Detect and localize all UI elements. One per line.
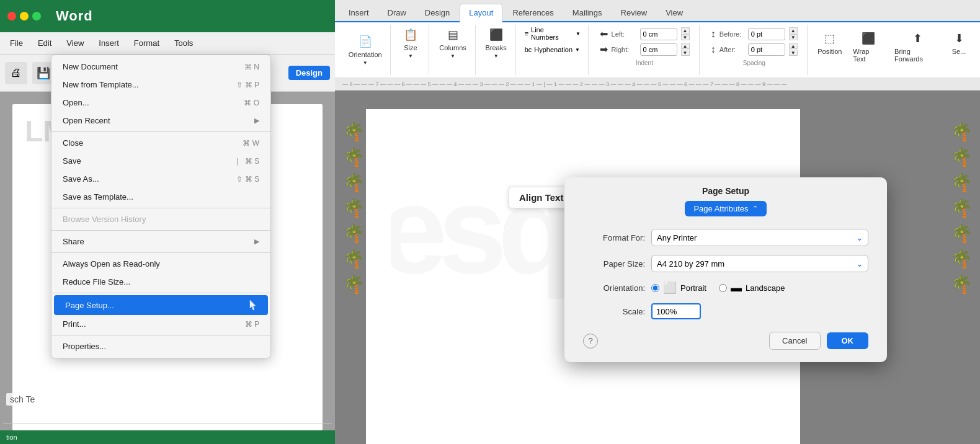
help-button[interactable]: ? [583,334,598,349]
tab-references[interactable]: References [504,4,562,21]
spacing-after-spinner[interactable]: ▲ ▼ [789,43,798,56]
design-tab-btn[interactable]: Design [288,66,330,80]
tab-review[interactable]: Review [612,4,656,21]
spacing-before-input[interactable] [748,28,785,40]
position-label: Position [817,48,842,55]
tab-draw[interactable]: Draw [379,4,415,21]
word-app: Word File Edit View Insert Format Tools … [0,0,335,444]
scale-input[interactable] [651,303,701,319]
spacing-before-down[interactable]: ▼ [789,34,798,40]
portrait-option[interactable]: ⬜ Portrait [651,281,706,295]
menu-insert[interactable]: Insert [91,36,127,50]
spacing-after-input[interactable] [748,43,785,56]
menu-save-as[interactable]: Save As... ⇧ ⌘ S [51,170,270,188]
hyphenation-btn[interactable]: bc Hyphenation ▼ [522,45,583,55]
menu-reduce-size[interactable]: Reduce File Size... [51,273,270,291]
portrait-radio[interactable] [651,284,659,292]
palm-trees-right: 🌴 🌴 🌴 🌴 🌴 🌴 🌴 [943,109,980,444]
spacing-after-icon: ↕ [711,44,716,55]
arrange-group: ⬚ Position ⬛ Wrap Text ⬆ Bring Forwards … [809,25,975,75]
indent-left-up[interactable]: ▲ [681,27,690,33]
indent-right-spinner[interactable]: ▲ ▼ [681,43,690,56]
line-numbers-arrow: ▼ [576,31,581,37]
columns-btn[interactable]: ▤ Columns ▼ [435,25,470,61]
indent-left-down[interactable]: ▼ [681,34,690,40]
spacing-after-down[interactable]: ▼ [789,50,798,56]
indent-content: ⬅ Left: ▲ ▼ ➡ Right: ▲ ▼ [595,25,695,58]
send-backward-btn[interactable]: ⬇ Se... [948,29,970,58]
indent-right-down[interactable]: ▼ [681,50,690,56]
menu-view[interactable]: View [59,36,91,50]
menu-close[interactable]: Close ⌘ W [51,134,270,152]
menu-share[interactable]: Share ▶ [51,233,270,251]
size-btn[interactable]: 📋 Size ▼ [399,25,422,61]
dialog-body: Format For: Any Printer ⌄ Paper Size: A4… [564,224,887,324]
line-numbers-group: ≡ Line Numbers ▼ bc Hyphenation ▼ [517,25,589,75]
menu-open-recent[interactable]: Open Recent ▶ [51,112,270,130]
indent-right-icon: ➡ [600,43,608,55]
landscape-radio[interactable] [719,284,727,292]
palm-left-1: 🌴 [337,122,370,142]
spacing-content: ↕ Before: ▲ ▼ ↕ After: ▲ ▼ [706,25,803,58]
menu-save[interactable]: Save | ⌘ S [51,152,270,170]
paper-size-select[interactable]: A4 210 by 297 mm [651,255,868,272]
orientation-btn[interactable]: 📄 Orientation ▼ [345,32,386,68]
breaks-btn[interactable]: ⬛ Breaks ▼ [482,25,510,61]
menu-page-setup[interactable]: Page Setup... [54,295,268,315]
columns-icon: ▤ [445,27,460,42]
spacing-before-spinner[interactable]: ▲ ▼ [789,27,798,40]
tab-layout[interactable]: Layout [460,4,502,22]
maximize-button[interactable] [32,12,41,20]
separator-3 [51,230,270,231]
spacing-before-icon: ↕ [711,29,716,40]
minimize-button[interactable] [20,12,29,20]
dialog-tab-select[interactable]: Page Attributes ⌃ [685,201,766,216]
wrap-text-icon: ⬛ [861,31,876,46]
position-btn[interactable]: ⬚ Position [814,29,845,58]
menu-read-only[interactable]: Always Open as Read-only [51,255,270,273]
landscape-option[interactable]: ▬ Landscape [719,282,785,295]
tab-design[interactable]: Design [416,4,458,21]
separator-6 [51,335,270,335]
spacing-after-up[interactable]: ▲ [789,43,798,49]
indent-left-input[interactable] [640,28,677,40]
print-icon[interactable]: 🖨 [5,62,27,84]
line-numbers-btn[interactable]: ≡ Line Numbers ▼ [522,25,583,42]
menu-properties[interactable]: Properties... [51,337,270,355]
indent-right-input[interactable] [640,43,677,56]
ribbon-tab-bar: Insert Draw Design Layout References Mai… [335,0,980,22]
menu-file[interactable]: File [2,36,30,50]
menu-new-template[interactable]: New from Template... ⇧ ⌘ P [51,76,270,94]
indent-left-spinner[interactable]: ▲ ▼ [681,27,690,40]
menu-edit[interactable]: Edit [30,36,59,50]
spacing-before-up[interactable]: ▲ [789,27,798,33]
menu-print[interactable]: Print... ⌘ P [51,315,270,333]
format-for-select[interactable]: Any Printer [651,229,868,246]
menu-open[interactable]: Open... ⌘ O [51,94,270,112]
tab-insert[interactable]: Insert [340,4,378,21]
close-button[interactable] [7,12,16,20]
indent-group: ⬅ Left: ▲ ▼ ➡ Right: ▲ ▼ [590,25,700,75]
menu-close-shortcut: ⌘ W [243,139,259,148]
wrap-text-btn[interactable]: ⬛ Wrap Text [849,29,887,65]
file-dropdown-menu: New Document ⌘ N New from Template... ⇧ … [51,55,271,358]
menu-new-document[interactable]: New Document ⌘ N [51,58,270,76]
menu-read-only-label: Always Open as Read-only [63,259,160,269]
size-icon: 📋 [403,27,418,42]
ribbon-toolbar: 📄 Orientation ▼ 📋 Size ▼ ▤ Columns ▼ [335,22,980,78]
menu-format[interactable]: Format [127,36,167,50]
spacing-before-label: Before: [719,30,744,38]
palm-right-7: 🌴 [945,274,978,295]
tab-view[interactable]: View [657,4,692,21]
orientation-group: 📄 Orientation ▼ [340,25,391,75]
word-right-panel: Insert Draw Design Layout References Mai… [335,0,980,444]
indent-right-up[interactable]: ▲ [681,43,690,49]
tab-mailings[interactable]: Mailings [564,4,611,21]
ok-button[interactable]: OK [827,332,869,349]
palm-right-6: 🌴 [945,249,978,269]
size-group: 📋 Size ▼ [392,25,429,75]
menu-save-template[interactable]: Save as Template... [51,188,270,206]
cancel-button[interactable]: Cancel [769,332,820,350]
bring-forward-btn[interactable]: ⬆ Bring Forwards [891,29,944,65]
menu-tools[interactable]: Tools [167,36,200,50]
